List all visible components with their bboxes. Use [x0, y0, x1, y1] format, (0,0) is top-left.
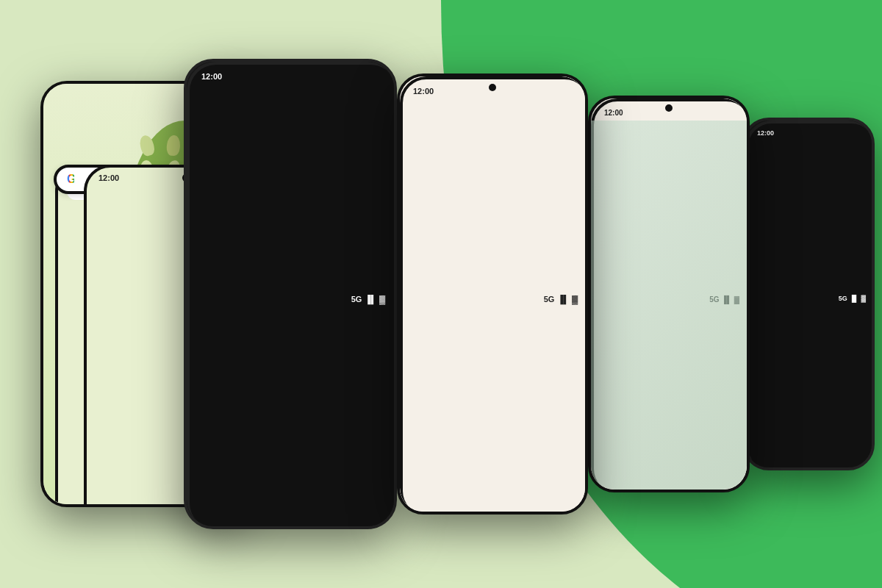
homescreen-time: 12:00	[98, 173, 119, 504]
map-bg	[591, 121, 747, 490]
partial-battery-icon: ▓	[861, 295, 866, 302]
phone-partial: 12:00 5G ▐▌ ▓ Wi-Fi ›	[742, 118, 875, 470]
privacy-bars-icon: ▐▌	[557, 295, 569, 304]
flower-petal	[138, 134, 157, 157]
privacy-network: 5G	[544, 295, 555, 304]
location-perm-screen: 12:00 5G ▐▌ ▓ Save 📍 Allow [App] to acce…	[591, 98, 747, 490]
partial-signal: 5G ▐▌ ▓	[839, 129, 866, 467]
qs-bars-icon: ▐▌	[365, 295, 376, 304]
location-notch	[665, 104, 673, 112]
qs-signal: 5G ▐▌ ▓	[351, 72, 385, 526]
privacy-notch	[489, 84, 496, 91]
phone-privacy: 12:00 5G ▐▌ ▓ ← ⋮ Privacy dashboard	[397, 74, 588, 514]
partial-time: 12:00	[757, 129, 774, 467]
partial-bars-icon: ▐▌	[850, 295, 859, 302]
privacy-time: 12:00	[413, 87, 434, 512]
partial-screen: 12:00 5G ▐▌ ▓ Wi-Fi ›	[745, 121, 872, 467]
privacy-status-bar: 12:00 5G ▐▌ ▓	[400, 76, 585, 512]
qs-network: 5G	[351, 295, 362, 304]
flower-petal	[166, 135, 181, 156]
phones-wrapper: 12:00 5G ▐▌ ▓	[0, 0, 882, 588]
partial-status-bar: 12:00 5G ▐▌ ▓	[745, 121, 872, 467]
qs-battery-icon: ▓	[379, 295, 385, 304]
phone-quicksettings: 12:00 5G ▐▌ ▓ Mon, Oct 4 ☀️ 📶	[184, 59, 397, 529]
phone-location-perm: 12:00 5G ▐▌ ▓ Save 📍 Allow [App] to acce…	[588, 96, 750, 492]
google-logo: G	[67, 173, 76, 186]
partial-notch	[806, 126, 811, 132]
partial-network: 5G	[839, 295, 847, 302]
qs-notch	[283, 72, 290, 79]
privacy-signal: 5G ▐▌ ▓	[544, 87, 578, 512]
privacy-screen: 12:00 5G ▐▌ ▓ ← ⋮ Privacy dashboard	[400, 76, 585, 512]
qs-time: 12:00	[201, 72, 222, 526]
quicksettings-screen: 12:00 5G ▐▌ ▓ Mon, Oct 4 ☀️ 📶	[187, 62, 394, 526]
privacy-battery-icon: ▓	[572, 295, 578, 304]
qs-status-bar: 12:00 5G ▐▌ ▓	[187, 62, 394, 526]
